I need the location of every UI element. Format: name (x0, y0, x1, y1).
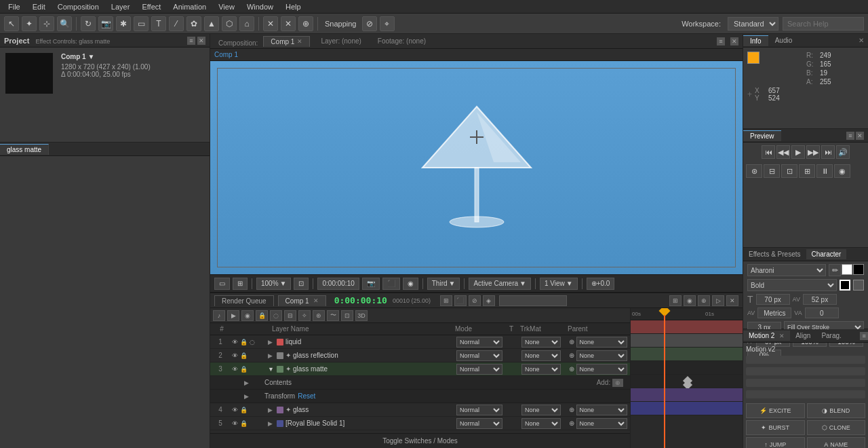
tool-brush[interactable]: ∕ (169, 16, 184, 31)
prev-first-btn[interactable]: ⏮ (762, 145, 775, 159)
motion-burst-btn[interactable]: ✦ BURST (746, 420, 805, 435)
menu-edit[interactable]: Edit (27, 1, 51, 12)
vc-rect[interactable]: ▭ (214, 278, 230, 290)
comp1-tab[interactable]: Comp 1 ✕ (263, 36, 310, 47)
timeline-search-input[interactable] (499, 295, 567, 306)
layer-4-parent-select[interactable]: None (576, 405, 627, 415)
prev-loop-btn[interactable]: ⊛ (746, 164, 762, 178)
layer-row-4[interactable]: 4 👁 🔒 ▶ ✦ glass N (210, 403, 630, 417)
breadcrumb-comp1[interactable]: Comp 1 (214, 51, 238, 58)
lpt-effect[interactable]: ⊛ (313, 310, 325, 321)
tl-right-btn3[interactable]: ⊕ (698, 295, 710, 306)
char-font-select[interactable]: Aharoni (747, 264, 826, 276)
motion-slider-2[interactable] (746, 367, 865, 375)
tool-zoom[interactable]: 🔍 (57, 16, 72, 31)
motion-slider-3[interactable] (746, 379, 865, 387)
tool-pin1[interactable]: ✕ (263, 16, 278, 31)
layer-1-mode-select[interactable]: Normal (456, 337, 502, 348)
sub-row-transform[interactable]: ▶ Transform Reset (210, 390, 630, 403)
project-panel-close-btn[interactable]: ✕ (197, 37, 205, 45)
layer-3-trkmat-select[interactable]: None (521, 364, 561, 375)
motion-clone-btn[interactable]: ⬡ CLONE (807, 420, 866, 435)
layer-3-eye[interactable]: 👁 (231, 365, 239, 373)
prev-forward-btn[interactable]: ▶▶ (806, 145, 820, 159)
prev-last-btn[interactable]: ⏭ (821, 145, 835, 159)
menu-composition[interactable]: Composition (52, 1, 104, 12)
char-fill-color[interactable] (842, 264, 852, 275)
layer-3-parent-select[interactable]: None (576, 364, 627, 375)
tool-roto[interactable]: ⬡ (222, 16, 237, 31)
motion-excite-btn[interactable]: ⚡ EXCITE (746, 403, 805, 418)
vc-grid[interactable]: ⊞ (233, 278, 248, 290)
layer-1-trkmat-select[interactable]: None (521, 337, 561, 348)
menu-help[interactable]: Help (280, 1, 307, 12)
layer-4-trkmat-select[interactable]: None (521, 405, 561, 415)
lpt-motion[interactable]: 〜 (327, 310, 339, 321)
menu-animation[interactable]: Animation (167, 1, 212, 12)
comp1-timeline-tab[interactable]: Comp 1 ✕ (278, 295, 326, 306)
vc-fit[interactable]: ⊡ (294, 278, 309, 290)
tool-arrow[interactable]: ↖ (4, 16, 19, 31)
tl-right-btn2[interactable]: ◉ (684, 295, 696, 306)
layer-4-expand[interactable]: ▶ (268, 407, 275, 413)
tl-right-btn5[interactable]: ✕ (726, 295, 738, 306)
sub-row-contents[interactable]: ▶ Contents Add: ⊕ (210, 376, 630, 390)
vc-color[interactable]: ⬛ (382, 278, 400, 290)
viewer[interactable] (210, 61, 743, 274)
layer-3-mode-select[interactable]: Normal (456, 364, 502, 375)
lpt-lock[interactable]: 🔒 (256, 310, 268, 321)
lpt-3d[interactable]: 3D (355, 310, 368, 321)
prev-back-btn[interactable]: ◀◀ (776, 145, 790, 159)
info-panel-close[interactable]: ✕ (854, 37, 868, 44)
motion2-tab-close[interactable]: ✕ (779, 333, 785, 339)
char-tracking-input[interactable] (805, 307, 839, 318)
lpt-video[interactable]: ▶ (227, 310, 239, 321)
project-panel-menu-btn[interactable]: ≡ (187, 37, 195, 45)
menu-window[interactable]: Window (241, 1, 279, 12)
comp1-tl-close[interactable]: ✕ (313, 297, 319, 304)
search-help-input[interactable] (783, 17, 864, 31)
tl-tool4[interactable]: ◈ (483, 295, 495, 306)
motion-blend-btn[interactable]: ◑ BLEND (807, 403, 866, 418)
tool-pin2[interactable]: ✕ (281, 16, 296, 31)
preview-tab[interactable]: Preview (743, 130, 781, 141)
tl-right-btn4[interactable]: ▷ (712, 295, 724, 306)
snapping-option[interactable]: ⌖ (380, 16, 395, 31)
tl-tool3[interactable]: ⊘ (469, 295, 481, 306)
prev-play-btn[interactable]: ▶ (791, 145, 805, 159)
layer-5-lock[interactable]: 🔒 (239, 419, 248, 428)
layer-1-expand[interactable]: ▶ (268, 339, 275, 346)
layer-4-lock[interactable]: 🔒 (239, 406, 248, 414)
layer-1-shy[interactable]: ◌ (248, 338, 256, 346)
add-btn[interactable]: ⊕ (612, 379, 623, 387)
tool-pen[interactable]: ✦ (22, 16, 37, 31)
toggle-switches-modes[interactable]: Toggle Switches / Modes (210, 433, 630, 448)
tool-puppet[interactable]: ⌂ (239, 16, 254, 31)
layer-5-mode-select[interactable]: Normal (456, 418, 502, 429)
comp1-tab-close[interactable]: ✕ (297, 38, 302, 45)
layer-1-parent-select[interactable]: None (576, 337, 627, 348)
lpt-shy[interactable]: ◌ (270, 310, 282, 321)
prev-res-btn[interactable]: ⊡ (781, 164, 797, 178)
layer-row-2[interactable]: 2 👁 🔒 ▶ ✦ glass reflection (210, 349, 630, 362)
vc-time[interactable]: 0:00:00:10 (317, 278, 359, 290)
contents-expand[interactable]: ▶ (244, 379, 251, 386)
character-tab[interactable]: Character (806, 249, 847, 259)
tool-camera[interactable]: 📷 (98, 16, 113, 31)
char-stroke-color2[interactable] (840, 280, 850, 291)
char-leading-input[interactable] (803, 294, 837, 305)
layer-4-eye[interactable]: 👁 (231, 406, 239, 414)
prev-range-btn[interactable]: ⊟ (764, 164, 780, 178)
lpt-solo[interactable]: ◉ (241, 310, 254, 321)
tool-shape-rect[interactable]: ▭ (134, 16, 149, 31)
char-size-input[interactable] (756, 294, 790, 305)
transform-expand[interactable]: ▶ (244, 393, 251, 400)
vc-options[interactable]: ⊕+0.0 (587, 278, 615, 290)
motion-name-btn[interactable]: A NAME (807, 437, 866, 448)
tl-tool1[interactable]: ⊞ (440, 295, 452, 306)
motion-panel-menu[interactable]: ≡ (860, 332, 868, 340)
tool-eraser[interactable]: ▲ (204, 16, 219, 31)
reset-button[interactable]: Reset (298, 392, 315, 400)
prev-audio-btn[interactable]: 🔊 (836, 145, 850, 159)
layer-row-1[interactable]: 1 👁 🔒 ◌ ▶ liquid (210, 335, 630, 349)
